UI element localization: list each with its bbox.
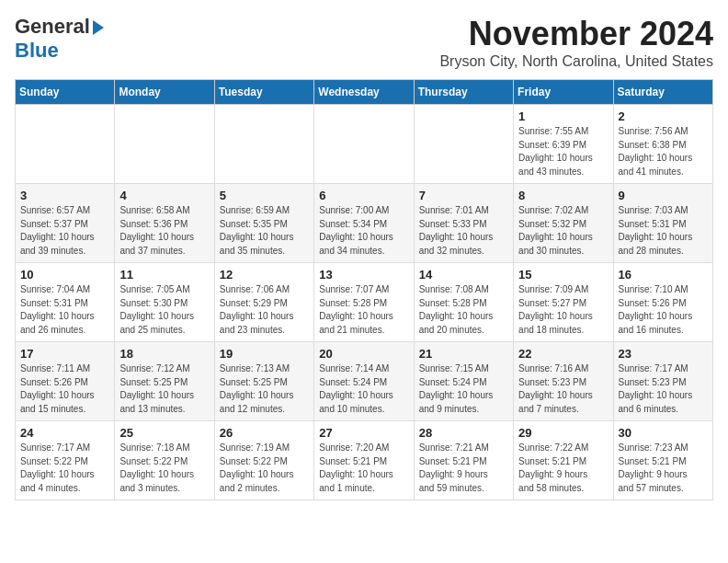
day-info: Sunrise: 7:13 AM Sunset: 5:25 PM Dayligh… (220, 362, 309, 416)
day-info: Sunrise: 7:19 AM Sunset: 5:22 PM Dayligh… (220, 442, 309, 495)
week-row-4: 17Sunrise: 7:11 AM Sunset: 5:26 PM Dayli… (16, 342, 713, 421)
calendar-cell: 29Sunrise: 7:22 AM Sunset: 5:21 PM Dayli… (514, 421, 613, 500)
calendar-cell: 24Sunrise: 7:17 AM Sunset: 5:22 PM Dayli… (16, 421, 115, 500)
day-info: Sunrise: 7:11 AM Sunset: 5:26 PM Dayligh… (20, 362, 109, 416)
calendar-cell (16, 105, 115, 184)
calendar-cell: 14Sunrise: 7:08 AM Sunset: 5:28 PM Dayli… (414, 263, 513, 342)
title-area: November 2024 Bryson City, North Carolin… (439, 15, 713, 70)
calendar-cell: 5Sunrise: 6:59 AM Sunset: 5:35 PM Daylig… (214, 184, 313, 263)
calendar-cell: 28Sunrise: 7:21 AM Sunset: 5:21 PM Dayli… (414, 421, 513, 500)
day-number: 21 (419, 347, 508, 361)
day-number: 29 (518, 426, 608, 440)
calendar-cell: 6Sunrise: 7:00 AM Sunset: 5:34 PM Daylig… (314, 184, 414, 263)
day-info: Sunrise: 7:16 AM Sunset: 5:23 PM Dayligh… (518, 362, 608, 416)
week-row-3: 10Sunrise: 7:04 AM Sunset: 5:31 PM Dayli… (16, 263, 713, 342)
logo-general: General (15, 15, 90, 39)
day-info: Sunrise: 7:09 AM Sunset: 5:27 PM Dayligh… (518, 283, 608, 337)
day-number: 3 (20, 189, 109, 202)
day-info: Sunrise: 7:10 AM Sunset: 5:26 PM Dayligh… (619, 283, 708, 337)
day-number: 30 (619, 426, 708, 440)
day-info: Sunrise: 7:56 AM Sunset: 6:38 PM Dayligh… (619, 125, 708, 178)
day-number: 13 (319, 268, 408, 282)
day-number: 9 (619, 189, 708, 202)
weekday-header-row: SundayMondayTuesdayWednesdayThursdayFrid… (16, 80, 713, 105)
calendar-cell: 13Sunrise: 7:07 AM Sunset: 5:28 PM Dayli… (314, 263, 414, 342)
day-number: 28 (419, 426, 508, 440)
header: General Blue November 2024 Bryson City, … (15, 15, 713, 70)
day-number: 14 (419, 268, 508, 282)
day-info: Sunrise: 7:23 AM Sunset: 5:21 PM Dayligh… (619, 442, 708, 495)
day-number: 12 (220, 268, 309, 282)
calendar-cell: 16Sunrise: 7:10 AM Sunset: 5:26 PM Dayli… (613, 263, 712, 342)
day-info: Sunrise: 7:03 AM Sunset: 5:31 PM Dayligh… (619, 204, 708, 258)
calendar-cell: 9Sunrise: 7:03 AM Sunset: 5:31 PM Daylig… (613, 184, 712, 263)
day-number: 8 (518, 189, 608, 202)
calendar-cell: 27Sunrise: 7:20 AM Sunset: 5:21 PM Dayli… (314, 421, 414, 500)
day-info: Sunrise: 7:20 AM Sunset: 5:21 PM Dayligh… (319, 442, 408, 495)
day-info: Sunrise: 7:14 AM Sunset: 5:24 PM Dayligh… (319, 362, 408, 416)
calendar-cell: 25Sunrise: 7:18 AM Sunset: 5:22 PM Dayli… (115, 421, 214, 500)
day-info: Sunrise: 6:57 AM Sunset: 5:37 PM Dayligh… (20, 204, 109, 258)
day-info: Sunrise: 7:22 AM Sunset: 5:21 PM Dayligh… (518, 442, 608, 495)
calendar-cell: 26Sunrise: 7:19 AM Sunset: 5:22 PM Dayli… (214, 421, 313, 500)
calendar-cell: 19Sunrise: 7:13 AM Sunset: 5:25 PM Dayli… (214, 342, 313, 421)
day-number: 4 (119, 189, 209, 202)
calendar-cell: 8Sunrise: 7:02 AM Sunset: 5:32 PM Daylig… (514, 184, 613, 263)
day-info: Sunrise: 7:08 AM Sunset: 5:28 PM Dayligh… (419, 283, 508, 337)
day-number: 19 (220, 347, 309, 361)
day-info: Sunrise: 7:12 AM Sunset: 5:25 PM Dayligh… (119, 362, 209, 416)
day-info: Sunrise: 7:17 AM Sunset: 5:23 PM Dayligh… (619, 362, 708, 416)
calendar-cell: 12Sunrise: 7:06 AM Sunset: 5:29 PM Dayli… (214, 263, 313, 342)
day-number: 18 (119, 347, 209, 361)
day-info: Sunrise: 7:02 AM Sunset: 5:32 PM Dayligh… (518, 204, 608, 258)
logo: General Blue (15, 15, 104, 63)
logo-blue: Blue (15, 39, 59, 62)
location-title: Bryson City, North Carolina, United Stat… (439, 53, 713, 70)
day-info: Sunrise: 7:18 AM Sunset: 5:22 PM Dayligh… (119, 442, 209, 495)
day-info: Sunrise: 7:15 AM Sunset: 5:24 PM Dayligh… (419, 362, 508, 416)
calendar-cell: 15Sunrise: 7:09 AM Sunset: 5:27 PM Dayli… (514, 263, 613, 342)
calendar-cell: 4Sunrise: 6:58 AM Sunset: 5:36 PM Daylig… (115, 184, 214, 263)
day-info: Sunrise: 7:17 AM Sunset: 5:22 PM Dayligh… (20, 442, 109, 495)
day-number: 20 (319, 347, 408, 361)
weekday-header-wednesday: Wednesday (314, 80, 414, 105)
calendar-cell: 30Sunrise: 7:23 AM Sunset: 5:21 PM Dayli… (613, 421, 712, 500)
day-info: Sunrise: 7:07 AM Sunset: 5:28 PM Dayligh… (319, 283, 408, 337)
day-info: Sunrise: 6:58 AM Sunset: 5:36 PM Dayligh… (119, 204, 209, 258)
calendar-cell (414, 105, 513, 184)
calendar-cell: 3Sunrise: 6:57 AM Sunset: 5:37 PM Daylig… (16, 184, 115, 263)
month-title: November 2024 (439, 15, 713, 53)
day-info: Sunrise: 7:21 AM Sunset: 5:21 PM Dayligh… (419, 442, 508, 495)
weekday-header-friday: Friday (514, 80, 613, 105)
day-info: Sunrise: 7:00 AM Sunset: 5:34 PM Dayligh… (319, 204, 408, 258)
day-number: 16 (619, 268, 708, 282)
calendar-cell (314, 105, 414, 184)
calendar-cell: 21Sunrise: 7:15 AM Sunset: 5:24 PM Dayli… (414, 342, 513, 421)
day-info: Sunrise: 7:05 AM Sunset: 5:30 PM Dayligh… (119, 283, 209, 337)
day-number: 10 (20, 268, 109, 282)
day-info: Sunrise: 6:59 AM Sunset: 5:35 PM Dayligh… (220, 204, 309, 258)
day-number: 22 (518, 347, 608, 361)
calendar-cell: 10Sunrise: 7:04 AM Sunset: 5:31 PM Dayli… (16, 263, 115, 342)
day-number: 27 (319, 426, 408, 440)
calendar-cell: 22Sunrise: 7:16 AM Sunset: 5:23 PM Dayli… (514, 342, 613, 421)
calendar-cell (214, 105, 313, 184)
day-info: Sunrise: 7:04 AM Sunset: 5:31 PM Dayligh… (20, 283, 109, 337)
weekday-header-saturday: Saturday (613, 80, 712, 105)
logo-arrow-icon (93, 20, 104, 35)
day-number: 25 (119, 426, 209, 440)
day-info: Sunrise: 7:01 AM Sunset: 5:33 PM Dayligh… (419, 204, 508, 258)
day-number: 6 (319, 189, 408, 202)
weekday-header-sunday: Sunday (16, 80, 115, 105)
day-number: 17 (20, 347, 109, 361)
calendar-cell (115, 105, 214, 184)
calendar-cell: 2Sunrise: 7:56 AM Sunset: 6:38 PM Daylig… (613, 105, 712, 184)
day-number: 23 (619, 347, 708, 361)
calendar-table: SundayMondayTuesdayWednesdayThursdayFrid… (15, 79, 713, 500)
day-info: Sunrise: 7:55 AM Sunset: 6:39 PM Dayligh… (518, 125, 608, 178)
day-number: 2 (619, 109, 708, 123)
calendar-cell: 17Sunrise: 7:11 AM Sunset: 5:26 PM Dayli… (16, 342, 115, 421)
calendar-cell: 20Sunrise: 7:14 AM Sunset: 5:24 PM Dayli… (314, 342, 414, 421)
day-info: Sunrise: 7:06 AM Sunset: 5:29 PM Dayligh… (220, 283, 309, 337)
calendar-cell: 23Sunrise: 7:17 AM Sunset: 5:23 PM Dayli… (613, 342, 712, 421)
